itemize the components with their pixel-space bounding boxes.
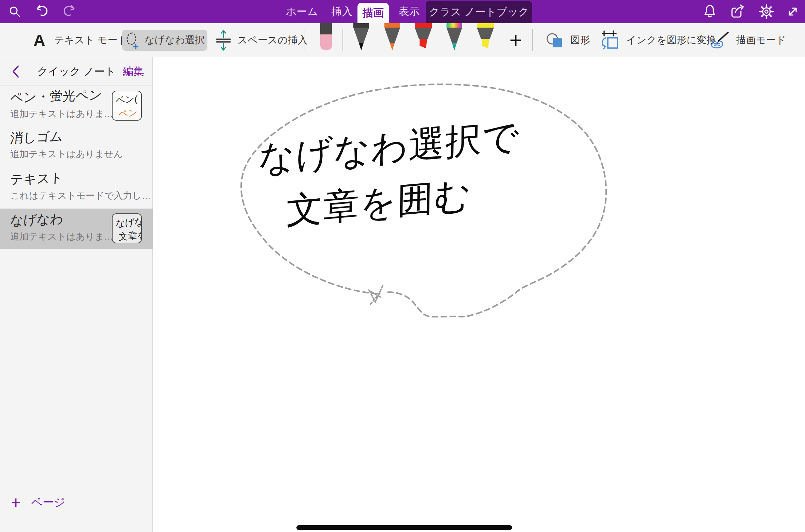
page-thumbnail: ペン( ペン — [112, 91, 142, 121]
page-item-lasso-selected[interactable]: なげなわ 追加テキストはありま… なげなわ 文章を — [0, 209, 153, 249]
eraser-tool[interactable] — [317, 23, 335, 50]
draw-toolbar: A テキスト モード なげなわ選択 ス — [0, 23, 805, 57]
lasso-start-arrow — [369, 286, 383, 304]
page-thumbnail: なげなわ 文章を — [112, 213, 142, 243]
letter-A-icon: A — [33, 31, 45, 50]
tab-insert[interactable]: 挿入 — [326, 0, 358, 23]
settings-icon[interactable] — [757, 0, 776, 23]
tab-draw-selected[interactable]: 描画 — [357, 3, 389, 23]
home-indicator-bar[interactable] — [296, 525, 512, 530]
text-mode-button[interactable]: A テキスト モード — [33, 23, 128, 57]
toolbar-divider — [305, 29, 305, 51]
page-item-eraser[interactable]: 消しゴム 追加テキストはありません — [0, 126, 153, 166]
notifications-icon[interactable] — [700, 0, 720, 23]
share-icon[interactable] — [728, 0, 748, 23]
fullscreen-icon[interactable] — [783, 0, 802, 23]
top-app-bar: ホーム 挿入 描画 表示 クラス ノートブック — [0, 0, 805, 23]
toolbar-divider — [342, 29, 343, 51]
edit-button[interactable]: 編集 — [123, 57, 144, 86]
page-item-text[interactable]: テキスト これはテキストモードで入力し… — [0, 168, 153, 208]
ink-to-shape-button[interactable]: インクを図形に変換 — [600, 23, 716, 57]
handwritten-ink-text: なげなわ選択で 文章を囲む — [257, 109, 520, 241]
hand-holding-pen-icon — [710, 31, 730, 49]
sidebar-footer-divider — [0, 487, 153, 487]
plus-icon: + — [11, 492, 21, 512]
search-icon[interactable] — [5, 0, 25, 23]
lasso-plus-icon — [125, 31, 140, 49]
page-list-sidebar: クイック ノート 編集 ペン・蛍光ペン 追加テキストはありま… ペン( ペン 消… — [0, 57, 153, 532]
tab-view[interactable]: 表示 — [393, 0, 425, 23]
red-highlighter-tool[interactable] — [412, 23, 435, 51]
sidebar-header: クイック ノート 編集 — [0, 57, 153, 86]
page-item-pen-highlighter[interactable]: ペン・蛍光ペン 追加テキストはありま… ペン( ペン — [0, 86, 153, 126]
undo-icon[interactable] — [31, 0, 53, 23]
ink-to-square-icon — [600, 30, 620, 51]
black-pen-tool[interactable] — [350, 23, 372, 51]
circle-square-icon — [546, 32, 564, 49]
note-canvas[interactable]: なげなわ選択で 文章を囲む — [153, 57, 805, 532]
orange-pen-tool[interactable] — [381, 23, 404, 51]
tab-class-notebook[interactable]: クラス ノートブック — [426, 1, 532, 23]
draw-mode-button[interactable]: 描画モード — [710, 23, 786, 57]
rainbow-pen-tool[interactable] — [443, 23, 466, 51]
tab-home[interactable]: ホーム — [283, 0, 321, 23]
insert-space-button[interactable]: スペースの挿入 — [216, 23, 308, 57]
split-vertical-arrows-icon — [216, 29, 231, 51]
add-page-button[interactable]: + ページ — [0, 489, 153, 515]
redo-icon[interactable] — [59, 0, 80, 23]
add-pen-button[interactable]: + — [506, 23, 526, 57]
lasso-select-button[interactable]: なげなわ選択 — [122, 30, 207, 51]
toolbar-divider — [532, 29, 533, 51]
yellow-highlighter-tool[interactable] — [474, 23, 497, 51]
shapes-button[interactable]: 図形 — [546, 23, 590, 57]
